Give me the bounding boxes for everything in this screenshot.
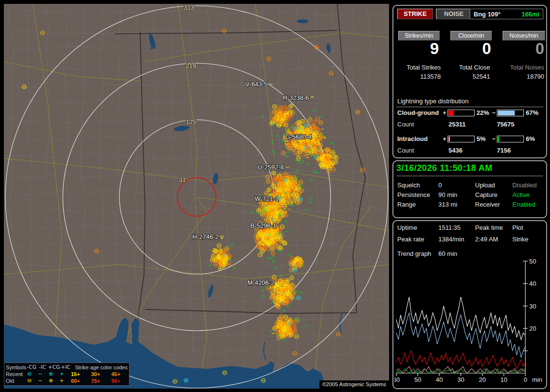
plot-label: Plot xyxy=(512,224,523,231)
upload-label: Upload xyxy=(475,182,495,189)
bearing-readout: Bng 109° 166mi xyxy=(470,9,543,19)
bearing-distance: 166mi xyxy=(521,11,539,18)
ic-minus-bar xyxy=(497,136,524,142)
plot-mode-value: Strike xyxy=(512,236,528,243)
datetime-display: 3/16/2026 11:50:18 AM xyxy=(396,163,492,173)
receiver-status: Enabled xyxy=(512,201,536,208)
total-strikes-label: Total Strikes xyxy=(393,64,441,71)
bearing-value: Bng 109° xyxy=(474,11,501,18)
minus-sign: − xyxy=(492,109,496,116)
svg-text:40: 40 xyxy=(436,376,443,383)
svg-text:20: 20 xyxy=(529,325,536,332)
svg-text:10: 10 xyxy=(500,376,507,383)
total-noises-value: 18790 xyxy=(496,73,544,80)
noises-per-min-tab: Noises/min xyxy=(503,31,545,41)
lightning-map[interactable]: 31321912531V-643-5 −H-3238-6 ^G-5680-4 U… xyxy=(4,4,389,389)
cg-minus-bar xyxy=(497,110,524,116)
svg-text:min: min xyxy=(532,376,542,383)
ring-label: 31 xyxy=(179,176,186,183)
storm-cell-label: W-721-1 xyxy=(255,195,279,202)
ic-minus-count: 7156 xyxy=(497,147,511,154)
plus-sign: + xyxy=(443,109,447,116)
svg-text:30: 30 xyxy=(529,303,536,310)
squelch-value: 0 xyxy=(438,182,442,189)
noise-button[interactable]: NOISE xyxy=(436,9,472,19)
trend-graph-label: Trend graph xyxy=(397,250,431,257)
trend-graph-window: 60 min xyxy=(438,250,457,257)
svg-text:30: 30 xyxy=(457,376,464,383)
ring-label: 125 xyxy=(186,118,196,126)
cg-minus-count: 75675 xyxy=(497,121,514,128)
total-noises-label: Total Noises xyxy=(496,64,544,71)
copyright-text: ©2005 Astrogenic Systems xyxy=(319,380,389,389)
map-symbol-legend: Symbols-CG-IC+CG+ICStrike age color code… xyxy=(4,363,130,386)
cg-plus-bar xyxy=(448,110,475,116)
strike-counters-panel: STRIKE NOISE Bng 109° 166mi Strikes/min … xyxy=(392,5,547,158)
svg-text:50: 50 xyxy=(414,376,421,383)
total-close-label: Total Close xyxy=(444,64,490,71)
strikes-per-min-value: 9 xyxy=(393,40,439,58)
squelch-label: Squelch xyxy=(397,182,420,189)
svg-text:20: 20 xyxy=(479,376,486,383)
storm-cell-label: H-2746-2 v xyxy=(192,233,224,240)
close-per-min-value: 0 xyxy=(446,40,491,58)
peak-time-label: Peak time xyxy=(475,224,503,231)
plus-sign: + xyxy=(443,135,447,142)
svg-text:50: 50 xyxy=(529,258,536,265)
peak-rate-label: Peak rate xyxy=(397,236,424,243)
persistence-value: 90 min xyxy=(438,191,457,198)
capture-label: Capture xyxy=(475,191,497,198)
minus-sign: − xyxy=(492,135,496,142)
storm-cell-label: V-643-5 − xyxy=(246,81,273,88)
ic-plus-count: 5436 xyxy=(449,147,463,154)
legend-row: Recent⊖−⊕+15+30+45+ xyxy=(6,371,128,378)
uptime-label: Uptime xyxy=(397,224,417,231)
svg-text:60: 60 xyxy=(394,376,400,383)
upload-status: Disabled xyxy=(512,182,537,189)
storm-cell-label: H-3238-6 ^ xyxy=(283,94,314,101)
cloud-ground-label: Cloud-ground xyxy=(397,109,439,116)
trend-panel: Uptime 1511:35 Peak time Plot Peak rate … xyxy=(392,220,547,389)
uptime-value: 1511:35 xyxy=(438,224,461,231)
persistence-label: Persistence xyxy=(397,191,430,198)
legend-header: Symbols-CG-IC+CG+ICStrike age color code… xyxy=(6,364,128,371)
svg-text:0: 0 xyxy=(523,376,527,383)
ring-label: 219 xyxy=(186,62,196,70)
total-strikes-value: 113578 xyxy=(393,73,441,80)
range-label: Range xyxy=(397,201,416,208)
receiver-label: Receiver xyxy=(475,201,500,208)
distribution-title: Lightning type distribution xyxy=(396,98,543,107)
intracloud-label: Intracloud xyxy=(397,135,428,142)
storm-cell-label: M-4206-2 − xyxy=(247,279,280,286)
count-label: Count xyxy=(397,121,414,128)
ic-plus-pct: 5% xyxy=(477,135,486,142)
trend-graph: 203040506050403020100min xyxy=(394,258,545,385)
storm-cell-label: B-5296-1 xyxy=(250,222,276,229)
map-canvas: 31321912531V-643-5 −H-3238-6 ^G-5680-4 U… xyxy=(4,4,389,389)
ring-label: 313 xyxy=(184,4,194,11)
strike-button[interactable]: STRIKE xyxy=(397,9,433,19)
peak-time-value: 2:49 AM xyxy=(475,236,498,243)
storm-cell-label: G-5680-4 xyxy=(285,133,312,140)
cg-plus-pct: 22% xyxy=(477,109,489,116)
ic-minus-pct: 6% xyxy=(526,135,535,142)
capture-status: Active xyxy=(512,191,529,198)
strikes-per-min-tab: Strikes/min xyxy=(398,31,440,41)
cg-plus-count: 25311 xyxy=(449,121,465,128)
range-value: 313 mi xyxy=(438,201,457,208)
status-panel: 3/16/2026 11:50:18 AM Squelch 0 Upload D… xyxy=(392,160,547,218)
close-per-min-tab: Close/min xyxy=(450,31,492,41)
peak-rate-value: 1384/min xyxy=(438,236,464,243)
svg-text:40: 40 xyxy=(529,280,536,287)
total-close-value: 52541 xyxy=(444,73,490,80)
count-label: Count xyxy=(397,147,414,154)
ic-plus-bar xyxy=(448,136,475,142)
storm-cell-label: U-2592-4 − xyxy=(258,164,289,171)
legend-row: Old⊖−⊕+60+75+90+ xyxy=(6,378,128,384)
cg-minus-pct: 67% xyxy=(526,109,538,116)
noises-per-min-value: 0 xyxy=(499,40,544,58)
